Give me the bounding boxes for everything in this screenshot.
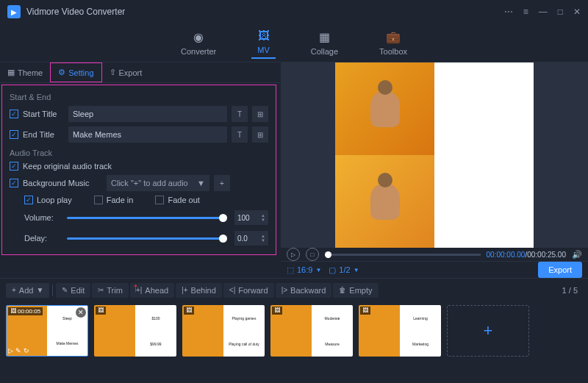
image-badge: 🖼 [272, 307, 282, 315]
image-badge: 🖼 [184, 307, 194, 315]
layout-icon[interactable]: ⊞ [252, 126, 268, 143]
duration-badge: 🖼00:00:05 [8, 307, 43, 315]
text-style-icon[interactable]: T [232, 126, 248, 143]
volume-value-box[interactable]: 100 ▲▼ [234, 210, 268, 225]
export-button[interactable]: Export [538, 262, 582, 278]
volume-value: 100 [237, 214, 250, 222]
delay-slider[interactable] [67, 237, 227, 240]
keep-original-checkbox[interactable]: ✓ [10, 162, 18, 171]
audio-track-label: Audio Track [10, 148, 268, 157]
nav-label: Toolbox [379, 47, 407, 56]
menu-icon[interactable]: ≡ [523, 7, 528, 17]
add-button[interactable]: +Add▼ [6, 283, 49, 298]
timeline-thumb[interactable] [325, 251, 331, 258]
start-title-input[interactable] [68, 106, 227, 122]
tab-export[interactable]: ⇧ Export [102, 62, 150, 82]
mv-icon: 🖼 [258, 29, 270, 43]
slider-thumb[interactable] [219, 235, 227, 243]
close-icon[interactable]: ✕ [573, 7, 581, 17]
spin-down-icon[interactable]: ▼ [261, 218, 265, 222]
slider-thumb[interactable] [219, 214, 227, 222]
aspect-ratio-select[interactable]: ⬚ 16:9 ▼ [287, 265, 321, 275]
add-thumbnail-button[interactable]: + [447, 305, 529, 357]
trash-icon: 🗑 [339, 286, 346, 294]
loop-play-checkbox[interactable]: ✓ [24, 196, 33, 204]
forward-button[interactable]: <|Forward [223, 283, 274, 298]
bg-music-checkbox[interactable]: ✓ [10, 179, 18, 187]
delay-label: Delay: [24, 234, 60, 243]
nav-toolbox[interactable]: 💼 Toolbox [373, 27, 413, 59]
behind-button[interactable]: |+Behind [176, 283, 222, 298]
converter-icon: ◉ [193, 30, 204, 44]
timeline-slider[interactable] [325, 254, 481, 256]
chevron-down-icon: ▼ [315, 267, 321, 273]
play-icon[interactable]: ▷ [8, 347, 13, 354]
start-title-checkbox[interactable]: ✓ [10, 110, 18, 118]
fade-in-checkbox[interactable] [94, 196, 103, 204]
thumbnail-strip: SleepMake Memes 🖼00:00:05 ✕ ▷✎↻ $100$99.… [0, 301, 588, 360]
trim-button[interactable]: ✂Trim [92, 283, 129, 298]
bg-music-select[interactable]: Click "+" to add audio ▼ [107, 175, 209, 191]
edit-icon[interactable]: ✎ [15, 347, 21, 354]
start-end-label: Start & End [10, 93, 268, 101]
remove-thumb-button[interactable]: ✕ [76, 307, 86, 318]
delay-value: 0.0 [237, 235, 248, 243]
forward-icon: <| [229, 286, 235, 294]
end-title-input[interactable] [68, 126, 227, 143]
plus-icon: + [12, 286, 16, 294]
thumbnail-item[interactable]: Playing gamesPlaying call of duty 🖼 [182, 305, 265, 357]
image-icon: 🖼 [10, 308, 16, 315]
thumbnail-item[interactable]: ModerateMeasure 🖼 [270, 305, 353, 357]
layout-icon[interactable]: ⊞ [252, 106, 268, 122]
preview-area [281, 62, 588, 248]
spin-down-icon[interactable]: ▼ [261, 238, 265, 243]
behind-icon: |+ [182, 286, 187, 294]
image-badge: 🖼 [96, 307, 106, 315]
nav-label: Collage [311, 47, 338, 56]
end-title-checkbox[interactable]: ✓ [10, 130, 18, 139]
thumbnail-item[interactable]: SleepMake Memes 🖼00:00:05 ✕ ▷✎↻ [6, 305, 88, 357]
screen-split-select[interactable]: ▢ 1/2 ▼ [329, 265, 359, 275]
app-logo: ▶ [7, 5, 21, 18]
export-icon: ⇧ [110, 68, 116, 77]
bg-music-label: Background Music [23, 179, 102, 187]
empty-button[interactable]: 🗑Empty [333, 283, 378, 298]
nav-mv[interactable]: 🖼 MV [251, 26, 276, 59]
nav-collage[interactable]: ▦ Collage [305, 27, 344, 59]
chevron-down-icon: ▼ [36, 286, 43, 294]
tab-label: Theme [18, 68, 43, 77]
thumbnail-item[interactable]: LearningMarketing 🖼 [359, 305, 441, 357]
chevron-down-icon: ▼ [197, 179, 205, 187]
add-audio-button[interactable]: + [214, 175, 230, 191]
screen-icon: ▢ [329, 265, 336, 275]
feedback-icon[interactable]: ⋯ [504, 7, 513, 17]
bg-music-placeholder: Click "+" to add audio [111, 179, 188, 187]
image-badge: 🖼 [360, 307, 370, 315]
fade-out-checkbox[interactable] [155, 196, 164, 204]
gear-icon: ⚙ [58, 68, 65, 77]
maximize-icon[interactable]: □ [558, 7, 563, 17]
tab-setting[interactable]: ⚙ Setting [50, 62, 101, 82]
volume-slider[interactable] [67, 217, 227, 219]
settings-panel: Start & End ✓ Start Title T ⊞ ✓ End Titl… [1, 85, 276, 255]
thumbnail-item[interactable]: $100$99.99 🖼 [94, 305, 176, 357]
fade-out-label: Fade out [168, 196, 199, 204]
edit-button[interactable]: ✎Edit [56, 283, 90, 298]
loop-play-label: Loop play [37, 196, 72, 204]
backward-button[interactable]: |>Backward [276, 283, 332, 298]
play-button[interactable]: ▷ [287, 248, 300, 261]
nav-label: Converter [181, 47, 216, 56]
nav-converter[interactable]: ◉ Converter [175, 27, 222, 59]
tab-theme[interactable]: ▦ Theme [0, 62, 50, 82]
page-counter: 1 / 5 [562, 286, 582, 295]
delay-value-box[interactable]: 0.0 ▲▼ [234, 231, 268, 246]
reload-icon[interactable]: ↻ [24, 347, 29, 354]
edit-icon: ✎ [62, 286, 68, 294]
minimize-icon[interactable]: — [539, 7, 548, 17]
fade-in-label: Fade in [107, 196, 134, 204]
tab-label: Export [119, 68, 143, 77]
stop-button[interactable]: □ [306, 248, 319, 261]
scissors-icon: ✂ [98, 286, 104, 294]
volume-icon[interactable]: 🔊 [572, 250, 582, 259]
text-style-icon[interactable]: T [232, 106, 248, 122]
